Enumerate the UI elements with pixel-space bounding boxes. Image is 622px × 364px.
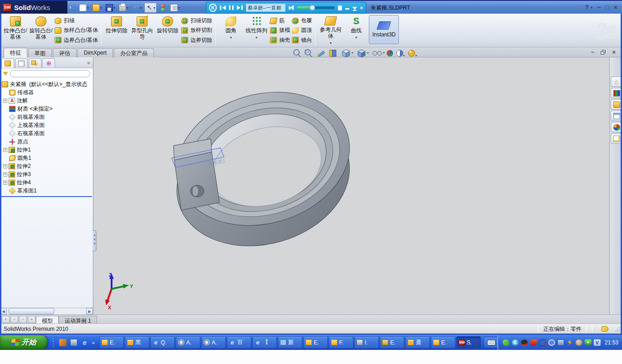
rollback-bar[interactable] (1, 196, 92, 197)
tree-item-fillet1[interactable]: 圆角1 (0, 154, 93, 162)
task-button-solidworks[interactable]: SWS. (456, 336, 481, 349)
close-button[interactable]: × (614, 3, 617, 11)
network-error-tray-icon[interactable] (539, 339, 546, 346)
volume-tray-icon[interactable] (576, 339, 582, 346)
pause-button[interactable] (229, 5, 234, 10)
reference-geometry-button[interactable]: 参考几何体 ▾ (318, 15, 343, 46)
tab-scroll-first[interactable]: « (2, 316, 10, 323)
ie-quicklaunch-icon[interactable]: e (81, 339, 88, 346)
scroll-right-arrow[interactable]: ▶ (86, 308, 93, 314)
graphics-area[interactable]: 基准面1 Z Y X ⊕ » 夹紧箍 (默认<<默认>_ (0, 57, 622, 314)
save-button[interactable]: ▾ (105, 3, 116, 13)
help-dropdown-arrow[interactable]: ▾ (591, 5, 592, 10)
tree-item-extrude2[interactable]: + 拉伸2 (0, 162, 93, 170)
task-button-folder[interactable]: F. (329, 336, 353, 349)
tab-property-manager[interactable] (15, 58, 28, 68)
kugou-tray-icon[interactable]: K (512, 339, 519, 346)
swept-boss-button[interactable]: 扫描 (55, 17, 98, 25)
doc-restore-button[interactable] (601, 50, 606, 55)
open-button[interactable]: ▾ (92, 3, 103, 13)
tab-office-products[interactable]: 办公室产品 (114, 48, 154, 57)
expand-box[interactable]: + (3, 148, 7, 152)
tab-sketch[interactable]: 草图 (28, 48, 52, 57)
options-button[interactable]: ▾ (169, 3, 181, 13)
select-tool-button[interactable]: ↖▾ (144, 3, 157, 13)
lofted-boss-button[interactable]: 放样凸台/基体 (55, 26, 98, 34)
motion-study-tab[interactable]: 运动算例 1 (59, 316, 97, 324)
extruded-cut-button[interactable]: 拉伸切除 (104, 15, 129, 46)
power-tray-icon[interactable] (566, 339, 573, 346)
extruded-boss-button[interactable]: 拉伸凸台/基体 (3, 15, 28, 46)
expand-box[interactable]: + (3, 172, 7, 177)
task-button-folder[interactable]: E. (431, 336, 455, 349)
language-bar[interactable] (484, 337, 499, 348)
tab-features[interactable]: 特征 (4, 48, 27, 57)
antivirus-tray-icon[interactable]: V (594, 339, 601, 346)
task-button-cad[interactable]: A. (176, 336, 200, 349)
doc-minimize-button[interactable]: − (591, 49, 595, 56)
help-button[interactable]: ? (585, 3, 589, 11)
panel-splitter-handle[interactable]: ◂◂◂ (92, 230, 97, 251)
lofted-cut-button[interactable]: 放样切割 (181, 26, 212, 34)
revolved-cut-button[interactable]: 旋转切除 (155, 15, 180, 46)
undo-button[interactable]: ↶▾ (131, 3, 143, 13)
tab-feature-manager[interactable] (1, 58, 14, 68)
tree-root-part[interactable]: 夹紧箍 (默认<<默认>_显示状态 (0, 80, 93, 88)
tree-filter-input[interactable] (10, 70, 90, 77)
new-document-button[interactable]: ▾ (78, 3, 90, 13)
tab-evaluate[interactable]: 评估 (53, 48, 76, 57)
tree-item-extrude1[interactable]: + 拉伸1 (0, 146, 93, 154)
tree-item-annotations[interactable]: + 注解 (0, 96, 93, 105)
revolved-boss-button[interactable]: 旋转凸台/基体 (28, 15, 54, 46)
boundary-cut-button[interactable]: 边界切除 (181, 36, 212, 44)
task-button-notepad[interactable]: 龚 (405, 336, 430, 349)
instant3d-toggle-button[interactable]: Instant3D (369, 15, 399, 44)
linear-pattern-button[interactable]: 线性阵列 ▾ (244, 15, 269, 46)
task-button-notepad[interactable]: 黑 (125, 336, 149, 349)
tab-configuration-manager[interactable] (29, 58, 41, 68)
task-button-ie[interactable]: e百 (227, 336, 251, 349)
maximize-button[interactable]: □ (605, 3, 609, 11)
qq-tray-icon[interactable] (521, 339, 528, 346)
outlook-quicklaunch-icon[interactable] (59, 339, 66, 346)
tree-item-extrude3[interactable]: + 拉伸3 (0, 170, 93, 178)
boundary-boss-button[interactable]: 边界凸台/基体 (55, 36, 98, 44)
tree-item-origin[interactable]: 原点 (0, 137, 93, 146)
song-title[interactable]: 蔡卓妍--一直都 (246, 4, 286, 12)
panel-horizontal-scrollbar[interactable]: ◀ ▶ (0, 308, 93, 314)
slider-knob[interactable] (310, 5, 315, 10)
quick-launch-divider[interactable] (52, 337, 54, 349)
doc-close-button[interactable]: × (612, 49, 616, 56)
kugou-shoe-tray-icon[interactable] (503, 339, 510, 346)
heads-up-view-toolbar[interactable] (291, 48, 418, 59)
tree-item-material[interactable]: 材质 <未指定> (0, 105, 93, 113)
draft-button[interactable]: 拔模 (270, 26, 290, 34)
kugou-logo-icon[interactable]: K (209, 4, 217, 12)
tree-item-plane1[interactable]: 基准面1 (0, 187, 93, 195)
minimize-button[interactable]: − (597, 3, 601, 11)
tree-item-right-plane[interactable]: 右视基准面 (0, 129, 93, 137)
download-manager-tray-icon[interactable] (530, 339, 537, 346)
previous-track-button[interactable] (220, 5, 226, 10)
tree-item-sensors[interactable]: 传感器 (0, 88, 93, 96)
scrollbar-thumb[interactable] (9, 308, 54, 314)
player-download-button[interactable] (352, 7, 357, 10)
expand-box[interactable]: + (3, 99, 7, 103)
menu-expand-chevron[interactable]: › (69, 4, 71, 10)
tag-icon[interactable] (602, 326, 608, 332)
volume-slider[interactable] (297, 6, 335, 9)
task-button-folder[interactable]: E. (99, 336, 124, 349)
player-playlist-button[interactable] (338, 5, 342, 10)
model-tab[interactable]: 模型 (36, 316, 59, 324)
player-minimize-button[interactable] (345, 8, 349, 10)
tab-dimxpert[interactable]: DimXpert (77, 48, 113, 57)
rebuild-button[interactable] (158, 3, 168, 13)
print-button[interactable]: ▾ (118, 3, 129, 13)
task-button-notepad[interactable]: 新 (278, 336, 302, 349)
tree-item-front-plane[interactable]: 前视基准面 (0, 113, 93, 121)
tab-scroll-prev[interactable]: ‹ (10, 316, 18, 323)
task-button-cad[interactable]: A. (201, 336, 226, 349)
taskbar-clock[interactable]: 21:53 (605, 339, 618, 346)
dome-button[interactable]: 圆顶 (292, 26, 312, 34)
show-desktop-icon[interactable] (70, 339, 77, 346)
